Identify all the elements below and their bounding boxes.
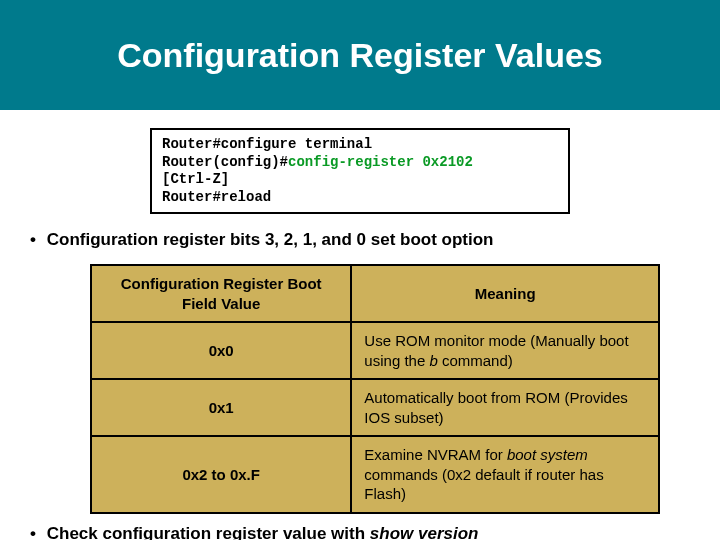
command-text: reload: [221, 189, 271, 205]
meaning-cell: Use ROM monitor mode (Manually boot usin…: [352, 323, 658, 378]
bullet-em: show version: [370, 524, 479, 541]
command-text: configure terminal: [221, 136, 372, 152]
command-text: config-register 0x2102: [288, 154, 473, 170]
header-cell-value: Configuration Register Boot Field Value: [92, 266, 352, 321]
prompt: Router#: [162, 136, 221, 152]
table-row: 0x0 Use ROM monitor mode (Manually boot …: [92, 323, 658, 380]
meaning-text: Examine NVRAM for: [364, 446, 507, 463]
terminal-line-3: [Ctrl-Z]: [162, 171, 558, 189]
bullet-text: Configuration register bits 3, 2, 1, and…: [47, 230, 494, 249]
terminal-line-1: Router#configure terminal: [162, 136, 558, 154]
value-cell: 0x0: [92, 323, 352, 378]
prompt: Router#: [162, 189, 221, 205]
meaning-text: Automatically boot from ROM (Provides IO…: [364, 389, 627, 426]
meaning-em: boot system: [507, 446, 588, 463]
slide-header: Configuration Register Values: [0, 0, 720, 110]
bullet-1: • Configuration register bits 3, 2, 1, a…: [0, 228, 720, 258]
meaning-text: command): [438, 352, 513, 369]
prompt: Router(config)#: [162, 154, 288, 170]
slide-title: Configuration Register Values: [117, 36, 603, 75]
bullet-text: Check configuration register value with …: [47, 524, 479, 541]
header-cell-meaning: Meaning: [352, 266, 658, 321]
terminal-output: Router#configure terminal Router(config)…: [150, 128, 570, 214]
terminal-line-4: Router#reload: [162, 189, 558, 207]
boot-field-table: Configuration Register Boot Field Value …: [90, 264, 660, 514]
bullet-dot: •: [30, 230, 42, 250]
meaning-cell: Automatically boot from ROM (Provides IO…: [352, 380, 658, 435]
value-cell: 0x2 to 0x.F: [92, 437, 352, 512]
meaning-cell: Examine NVRAM for boot system commands (…: [352, 437, 658, 512]
meaning-text: commands (0x2 default if router has Flas…: [364, 466, 603, 503]
table-row: 0x1 Automatically boot from ROM (Provide…: [92, 380, 658, 437]
bullet-pre: Check configuration register value with: [47, 524, 370, 541]
value-cell: 0x1: [92, 380, 352, 435]
bullet-2: • Check configuration register value wit…: [0, 522, 720, 541]
meaning-em: b: [429, 352, 437, 369]
table-row: 0x2 to 0x.F Examine NVRAM for boot syste…: [92, 437, 658, 512]
table-header-row: Configuration Register Boot Field Value …: [92, 266, 658, 323]
terminal-line-2: Router(config)#config-register 0x2102: [162, 154, 558, 172]
bullet-dot: •: [30, 524, 42, 541]
